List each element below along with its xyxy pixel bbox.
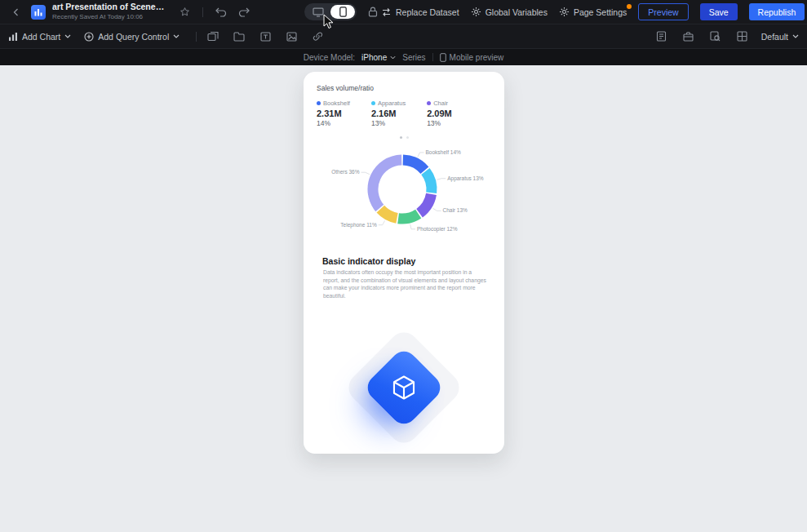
device-model-selector[interactable]: iPhone <box>361 53 396 62</box>
image-icon <box>286 32 297 42</box>
legend-percent: 14% <box>317 119 350 127</box>
top-bar: art Presentation of Scenes..20... Recent… <box>0 0 807 24</box>
legend-value: 2.31M <box>317 109 350 118</box>
grid-icon <box>737 31 747 42</box>
document-title: art Presentation of Scenes..20... <box>52 2 166 12</box>
chevron-down-icon <box>173 34 180 38</box>
svg-text:Apparatus 13%: Apparatus 13% <box>447 175 484 182</box>
theme-button[interactable] <box>681 29 697 45</box>
divider <box>202 7 203 17</box>
text-widget-button[interactable] <box>257 29 273 45</box>
page-settings-button[interactable]: Page Settings <box>559 7 627 17</box>
circle-plus-icon <box>84 32 94 42</box>
mobile-mode-button[interactable] <box>330 5 355 19</box>
section-body: Data indicators often occupy the most im… <box>323 268 488 299</box>
link-icon <box>313 31 323 42</box>
mobile-preview-icon <box>440 53 446 62</box>
briefcase-icon <box>683 32 694 42</box>
add-query-control-label: Add Query Control <box>98 32 169 42</box>
donut-chart-svg: Bookshelf 14%Apparatus 13%Chair 13%Photo… <box>304 143 504 239</box>
save-status: Recently Saved At Today 10:06 <box>52 14 166 21</box>
legend-label: Apparatus <box>378 100 406 107</box>
global-variables-label: Global Variables <box>486 7 548 17</box>
query-analysis-button[interactable] <box>707 29 724 45</box>
carousel-dot <box>400 136 402 139</box>
desktop-mode-button[interactable] <box>306 5 330 19</box>
chevron-down-icon <box>64 34 71 38</box>
chart-widget[interactable]: Sales volume/ratio Bookshelf 2.31M 14% A… <box>304 84 504 239</box>
container-widget-button[interactable] <box>205 29 221 45</box>
svg-text:Others 36%: Others 36% <box>331 169 360 175</box>
tab-icon <box>233 32 245 42</box>
monitor-icon <box>313 7 324 17</box>
lock-button[interactable] <box>365 4 381 20</box>
variables-icon <box>471 7 481 17</box>
redo-button[interactable] <box>236 4 252 20</box>
image-widget-button[interactable] <box>283 29 299 45</box>
mobile-preview-label: Mobile preview <box>450 53 504 62</box>
global-variables-button[interactable]: Global Variables <box>471 7 548 17</box>
star-icon <box>180 7 190 17</box>
legend-label: Bookshelf <box>323 100 350 107</box>
svg-text:Chair 13%: Chair 13% <box>443 207 468 213</box>
device-model-value: iPhone <box>361 53 387 62</box>
undo-button[interactable] <box>213 4 229 20</box>
svg-text:Telephone 11%: Telephone 11% <box>340 222 377 228</box>
device-model-label: Device Model: <box>304 53 355 62</box>
chart-title: Sales volume/ratio <box>317 84 504 92</box>
legend-value: 2.16M <box>371 109 406 118</box>
undo-icon <box>215 7 227 17</box>
component-panel-button[interactable] <box>734 29 751 45</box>
carousel-dots[interactable] <box>304 136 504 139</box>
back-button[interactable] <box>8 4 24 20</box>
add-query-control-button[interactable]: Add Query Control <box>84 32 180 42</box>
chart-legend: Bookshelf 2.31M 14% Apparatus 2.16M 13% … <box>317 100 504 127</box>
text-icon <box>260 32 271 42</box>
legend-item: Chair 2.09M 13% <box>427 100 452 127</box>
page-settings-label: Page Settings <box>574 7 627 17</box>
divider <box>432 53 433 61</box>
container-icon <box>207 31 219 42</box>
mobile-preview-card: Sales volume/ratio Bookshelf 2.31M 14% A… <box>304 72 504 454</box>
carousel-dot <box>406 136 409 139</box>
legend-percent: 13% <box>427 119 452 127</box>
divider <box>196 32 197 42</box>
theme-selector[interactable]: Default <box>761 32 799 42</box>
brand-logo-widget[interactable] <box>304 326 504 450</box>
favorite-button[interactable] <box>176 4 193 20</box>
gear-icon <box>559 7 570 17</box>
bar-chart-icon <box>8 32 18 42</box>
legend-percent: 13% <box>371 119 406 127</box>
section-title: Basic indicator display <box>322 256 504 266</box>
tab-widget-button[interactable] <box>231 29 247 45</box>
save-button[interactable]: Save <box>700 3 738 20</box>
legend-item: Apparatus 2.16M 13% <box>371 100 406 127</box>
redo-icon <box>238 7 250 17</box>
material-library-button[interactable] <box>654 29 670 45</box>
theme-selected-value: Default <box>761 32 788 42</box>
legend-dot <box>317 101 321 105</box>
replace-dataset-button[interactable]: Replace Dataset <box>381 7 459 17</box>
lock-icon <box>368 7 378 17</box>
legend-value: 2.09M <box>427 109 452 118</box>
add-chart-button[interactable]: Add Chart <box>8 32 71 42</box>
dashboard-app-icon <box>31 5 46 20</box>
preview-button[interactable]: Preview <box>638 3 688 20</box>
mobile-preview-toggle[interactable]: Mobile preview <box>440 53 504 62</box>
add-chart-label: Add Chart <box>22 32 60 42</box>
device-bar: Device Model: iPhone Series Mobile previ… <box>0 49 807 65</box>
indicator-widget[interactable]: Basic indicator display Data indicators … <box>304 256 504 299</box>
legend-dot <box>371 101 375 105</box>
edit-toolbar: Add Chart Add Query Control <box>0 24 807 49</box>
svg-text:Bookshelf 14%: Bookshelf 14% <box>426 149 462 155</box>
editor-canvas[interactable]: Sales volume/ratio Bookshelf 2.31M 14% A… <box>0 65 807 532</box>
chevron-down-icon <box>390 55 396 60</box>
republish-button[interactable]: Republish <box>749 3 805 20</box>
cube-logo-icon <box>390 374 418 401</box>
link-widget-button[interactable] <box>309 29 326 45</box>
swap-icon <box>381 7 392 17</box>
svg-text:Photocopier 12%: Photocopier 12% <box>417 226 458 233</box>
chevron-left-icon <box>11 7 21 17</box>
legend-label: Chair <box>433 100 448 107</box>
legend-item: Bookshelf 2.31M 14% <box>317 100 350 127</box>
